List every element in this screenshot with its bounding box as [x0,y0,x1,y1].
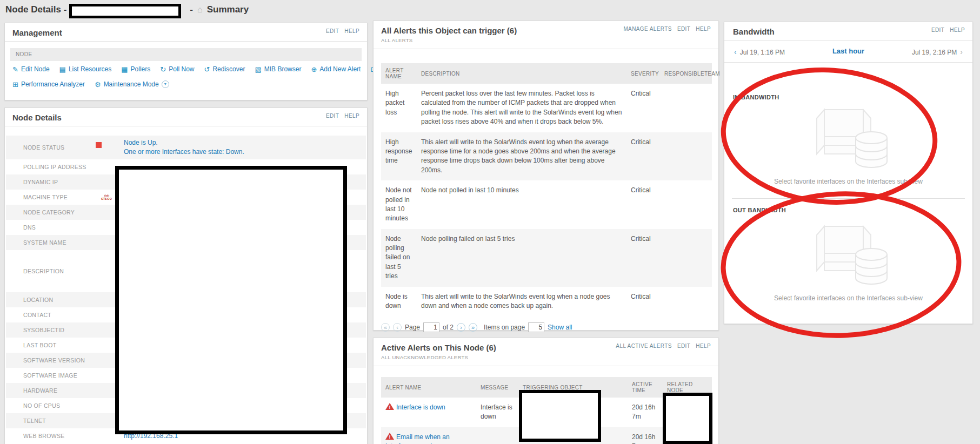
section-divider [732,198,965,199]
management-title: Management [12,28,62,37]
rediscover-button[interactable]: ↺Rediscover [204,65,245,73]
management-help-link[interactable]: HELP [344,28,359,34]
pagination: « ‹ Page of 2 › » Items on page Show all [381,322,711,332]
poll-now-button[interactable]: ↻Poll Now [160,65,194,73]
alert-description: Percent packet loss over the last few mi… [417,84,626,132]
active-alerts-title: Active Alerts on This Node (6) [381,343,496,352]
node-details-help-link[interactable]: HELP [344,113,359,119]
active-alerts-subtitle: ALL UNACKNOWLEDGED ALERTS [381,354,468,360]
show-all-link[interactable]: Show all [548,324,572,331]
all-alerts-edit-link[interactable]: EDIT [677,26,690,32]
all-alerts-title: All Alerts this Object can trigger (6) [381,26,517,35]
management-edit-link[interactable]: EDIT [326,28,339,34]
no-of-cpus-label: NO OF CPUS [6,402,101,409]
active-time: 20d 16h 7m [628,398,663,427]
redaction-box-node-name [69,4,181,18]
document-icon: ▤ [59,66,66,73]
pollers-icon: ▦ [121,66,128,73]
prev-page-button[interactable]: ‹ [393,323,402,332]
rediscover-icon: ↺ [204,66,210,73]
alert-description: This alert will write to the SolarWinds … [417,132,626,181]
node-details-edit-link[interactable]: EDIT [326,113,339,119]
table-row[interactable]: High response time This alert will write… [381,132,712,181]
table-row[interactable]: Node is down This alert will write to th… [381,287,712,317]
alert-team [660,132,712,181]
node-group-label: NODE [10,48,362,61]
edit-node-button[interactable]: ✎Edit Node [12,65,50,73]
page-title-suffix: Summary [207,4,249,15]
performance-icon: ⊞ [12,81,18,88]
next-page-button[interactable]: › [457,323,465,332]
sysobjectid-label: SYSOBJECTID [6,327,101,333]
chevron-right-icon[interactable]: › [960,48,963,56]
chevron-down-circle-icon[interactable]: ▾ [162,80,169,88]
active-alert-name-link[interactable]: Email me when an Interface goes down [385,433,450,444]
select-interfaces-hint: Select favorite interfaces on the Interf… [724,178,972,185]
alert-team [660,180,712,229]
first-page-button[interactable]: « [381,323,390,332]
active-alerts-header: Active Alerts on This Node (6) ALL UNACK… [374,338,718,366]
col-description: DESCRIPTION [417,63,626,84]
pencil-icon: ✎ [12,66,18,73]
software-image-label: SOFTWARE IMAGE [6,372,101,379]
time-end[interactable]: Jul 19, 2:16 PM› [912,48,963,56]
all-alerts-help-link[interactable]: HELP [696,26,711,32]
empty-chart-placeholder-icon [803,221,895,290]
warning-triangle-icon [385,403,394,411]
pollers-button[interactable]: ▦Pollers [121,65,150,73]
alert-message [476,427,518,444]
alert-description: This alert will write to the SolarWinds … [417,287,626,317]
col-severity: SEVERITY [626,63,660,84]
empty-chart-placeholder-icon [803,104,895,173]
items-per-page-input[interactable] [528,322,544,332]
table-row[interactable]: Node polling failed on last 5 tries Node… [381,229,712,287]
bandwidth-time-nav: ‹Jul 19, 1:16 PM Last hour Jul 19, 2:16 … [724,41,972,63]
select-interfaces-hint: Select favorite interfaces on the Interf… [724,294,972,302]
alert-name: Node not polled in last 10 minutes [381,180,417,229]
add-new-alert-button[interactable]: ⊕Add New Alert [311,65,361,73]
bandwidth-edit-link[interactable]: EDIT [931,27,944,33]
all-alerts-panel: All Alerts this Object can trigger (6) A… [373,21,719,331]
maintenance-mode-button[interactable]: ⚙Maintenance Mode▾ [95,80,169,88]
alert-team [660,287,712,317]
out-bandwidth-label: OUT BANDWIDTH [733,207,786,213]
list-resources-button[interactable]: ▤List Resources [59,65,112,73]
bandwidth-help-link[interactable]: HELP [950,27,965,33]
alert-description: Node not polled in last 10 minutes [417,180,626,229]
active-alerts-edit-link[interactable]: EDIT [677,343,690,349]
dns-label: DNS [6,224,101,231]
in-bandwidth-placeholder: Select favorite interfaces on the Interf… [724,104,972,185]
out-bandwidth-placeholder: Select favorite interfaces on the Interf… [724,221,972,302]
active-time: 20d 16h 7m [628,427,663,444]
all-alerts-header-row: ALERT NAME DESCRIPTION SEVERITY RESPONSI… [381,63,712,84]
redaction-box-triggering-object [519,390,601,442]
page-title-separator: - [190,4,193,15]
items-on-page-label: Items on page [484,324,525,331]
bandwidth-title: Bandwidth [733,27,775,36]
node-status-value: Node is Up. One or more Interfaces have … [124,138,366,157]
all-active-alerts-link[interactable]: ALL ACTIVE ALERTS [616,343,672,349]
performance-analyzer-button[interactable]: ⊞Performance Analyzer [12,80,85,88]
all-alerts-subtitle: ALL ALERTS [381,37,412,43]
alert-severity: Critical [626,287,660,317]
system-name-label: SYSTEM NAME [6,239,101,246]
alert-name: High response time [381,132,417,181]
management-panel: Management EDIT HELP NODE ✎Edit Node ▤Li… [4,23,368,100]
active-alert-name-link[interactable]: Interface is down [396,403,445,411]
last-boot-label: LAST BOOT [6,342,101,348]
alert-severity: Critical [626,229,660,287]
page-title-prefix: Node Details - [5,4,66,15]
management-header: Management EDIT HELP [5,23,367,42]
active-alerts-help-link[interactable]: HELP [696,343,711,349]
last-page-button[interactable]: » [469,323,477,332]
col-active-time: ACTIVE TIME [628,377,663,398]
col-alert-name: ALERT NAME [381,377,476,398]
manage-alerts-link[interactable]: MANAGE ALERTS [623,26,672,32]
alert-description: Node polling failed on last 5 tries [417,229,626,287]
mib-browser-button[interactable]: ▧MIB Browser [255,65,301,73]
table-row[interactable]: Node not polled in last 10 minutes Node … [381,180,712,229]
hardware-label: HARDWARE [6,387,101,394]
all-alerts-table: ALERT NAME DESCRIPTION SEVERITY RESPONSI… [381,63,712,316]
table-row[interactable]: High packet loss Percent packet loss ove… [381,84,712,132]
page-number-input[interactable] [423,322,439,332]
